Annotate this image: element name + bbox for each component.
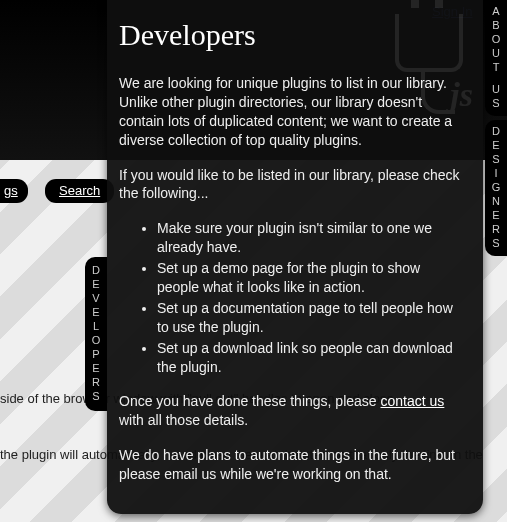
- list-item: Set up a demo page for the plugin to sho…: [157, 259, 463, 297]
- list-item: Set up a documentation page to tell peop…: [157, 299, 463, 337]
- side-tab-developers[interactable]: DEVELOPERS: [85, 257, 107, 411]
- panel-footer-note: We do have plans to automate things in t…: [119, 446, 463, 484]
- panel-intro-2: If you would like to be listed in our li…: [119, 166, 463, 204]
- text: Once you have done these things, please: [119, 393, 381, 409]
- requirements-list: Make sure your plugin isn't similar to o…: [119, 219, 463, 376]
- list-item: Set up a download link so people can dow…: [157, 339, 463, 377]
- nav-pill-fragment[interactable]: gs: [0, 179, 28, 203]
- panel-intro-1: We are looking for unique plugins to lis…: [119, 74, 463, 150]
- list-item: Make sure your plugin isn't similar to o…: [157, 219, 463, 257]
- right-tab-about-us[interactable]: ABOUT US: [485, 0, 507, 116]
- contact-us-link[interactable]: contact us: [381, 393, 445, 409]
- panel-contact-line: Once you have done these things, please …: [119, 392, 463, 430]
- developers-panel: js Developers We are looking for unique …: [107, 0, 483, 514]
- search-button[interactable]: Search: [45, 179, 114, 203]
- panel-title: Developers: [119, 18, 463, 52]
- text: with all those details.: [119, 412, 248, 428]
- right-tab-designers[interactable]: DESIGNERS: [485, 120, 507, 256]
